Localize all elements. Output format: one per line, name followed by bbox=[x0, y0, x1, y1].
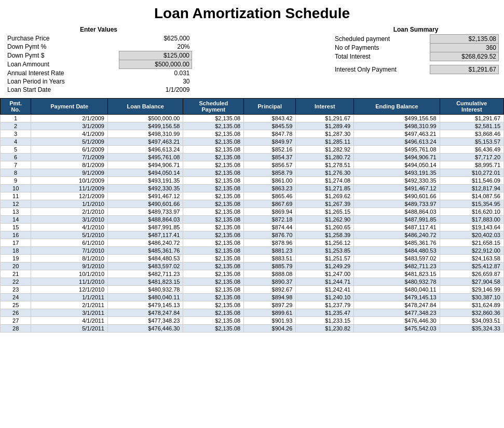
table-cell-4-2: $496,613.24 bbox=[108, 146, 183, 154]
table-cell-13-0: 14 bbox=[1, 216, 31, 224]
table-row: 2312/1/2010$480,932.78$2,135.08$892.67$1… bbox=[1, 286, 504, 294]
ev-value[interactable]: $500,000.00 bbox=[119, 60, 192, 69]
table-cell-25-4: $899.61 bbox=[244, 309, 296, 317]
table-header-1: Payment Date bbox=[31, 99, 108, 115]
table-cell-27-4: $904.26 bbox=[244, 325, 296, 333]
table-cell-27-2: $476,446.30 bbox=[108, 325, 183, 333]
ls-label: No of Payments bbox=[333, 44, 430, 52]
table-cell-22-0: 23 bbox=[1, 286, 31, 294]
table-cell-7-0: 8 bbox=[1, 169, 31, 177]
table-cell-9-3: $2,135.08 bbox=[183, 185, 244, 192]
table-cell-1-7: $2,581.15 bbox=[440, 122, 503, 130]
table-row: 23/1/2009$499,156.58$2,135.08$845.59$1,2… bbox=[1, 122, 504, 130]
table-cell-5-0: 6 bbox=[1, 154, 31, 161]
table-cell-10-6: $490,601.66 bbox=[354, 192, 440, 200]
table-cell-16-3: $2,135.08 bbox=[183, 239, 244, 247]
ev-value: 20% bbox=[119, 43, 192, 51]
table-cell-15-6: $486,240.72 bbox=[354, 231, 440, 239]
table-header-5: Interest bbox=[296, 99, 354, 115]
table-cell-10-2: $491,467.12 bbox=[108, 192, 183, 200]
table-row: 89/1/2009$494,050.14$2,135.08$858.79$1,2… bbox=[1, 169, 504, 177]
table-header-0: Pmt.No. bbox=[1, 99, 31, 115]
table-cell-2-4: $847.78 bbox=[244, 130, 296, 138]
table-cell-16-7: $21,658.15 bbox=[440, 239, 503, 247]
table-cell-2-7: $3,868.46 bbox=[440, 130, 503, 138]
ls-spacer bbox=[333, 61, 499, 65]
ev-value[interactable]: $125,000 bbox=[119, 51, 192, 60]
table-cell-7-2: $494,050.14 bbox=[108, 169, 183, 177]
ev-label: Loan Ammount bbox=[5, 60, 119, 69]
table-cell-19-7: $25,412.87 bbox=[440, 263, 503, 270]
table-cell-24-1: 2/1/2011 bbox=[31, 301, 108, 309]
table-cell-8-7: $11,546.09 bbox=[440, 177, 503, 185]
table-header-3: ScheduledPayment bbox=[183, 99, 244, 115]
table-cell-4-0: 5 bbox=[1, 146, 31, 154]
table-cell-17-6: $484,480.53 bbox=[354, 247, 440, 255]
table-cell-23-7: $30,387.10 bbox=[440, 294, 503, 301]
table-cell-27-5: $1,230.82 bbox=[296, 325, 354, 333]
table-cell-11-4: $867.69 bbox=[244, 200, 296, 208]
table-cell-27-0: 28 bbox=[1, 325, 31, 333]
table-cell-19-4: $885.79 bbox=[244, 263, 296, 270]
ev-value: 0.031 bbox=[119, 69, 192, 78]
table-row: 132/1/2010$489,733.97$2,135.08$869.94$1,… bbox=[1, 208, 504, 216]
table-cell-17-7: $22,912.00 bbox=[440, 247, 503, 255]
table-cell-15-7: $20,402.03 bbox=[440, 231, 503, 239]
table-cell-11-1: 1/1/2010 bbox=[31, 200, 108, 208]
table-cell-21-2: $481,823.15 bbox=[108, 278, 183, 286]
table-cell-4-7: $6,436.49 bbox=[440, 146, 503, 154]
table-cell-23-5: $1,240.10 bbox=[296, 294, 354, 301]
table-cell-6-6: $494,050.14 bbox=[354, 161, 440, 169]
table-row: 121/1/2010$490,601.66$2,135.08$867.69$1,… bbox=[1, 200, 504, 208]
table-cell-5-7: $7,717.20 bbox=[440, 154, 503, 161]
table-cell-24-4: $897.29 bbox=[244, 301, 296, 309]
table-cell-6-2: $494,906.71 bbox=[108, 161, 183, 169]
table-cell-1-2: $499,156.58 bbox=[108, 122, 183, 130]
table-cell-22-7: $29,146.99 bbox=[440, 286, 503, 294]
table-cell-12-4: $869.94 bbox=[244, 208, 296, 216]
table-cell-3-7: $5,153.57 bbox=[440, 138, 503, 146]
table-cell-7-7: $10,272.01 bbox=[440, 169, 503, 177]
table-row: 241/1/2011$480,040.11$2,135.08$894.98$1,… bbox=[1, 294, 504, 301]
table-cell-25-1: 3/1/2011 bbox=[31, 309, 108, 317]
table-cell-0-4: $843.42 bbox=[244, 115, 296, 122]
table-cell-9-4: $863.23 bbox=[244, 185, 296, 192]
table-cell-1-3: $2,135.08 bbox=[183, 122, 244, 130]
table-cell-3-3: $2,135.08 bbox=[183, 138, 244, 146]
table-cell-10-4: $865.46 bbox=[244, 192, 296, 200]
amortization-table: Pmt.No.Payment DateLoan BalanceScheduled… bbox=[0, 98, 504, 333]
table-cell-14-0: 15 bbox=[1, 224, 31, 231]
ls-label: Scheduled payment bbox=[333, 35, 430, 44]
table-cell-2-6: $497,463.21 bbox=[354, 130, 440, 138]
table-cell-25-7: $32,860.36 bbox=[440, 309, 503, 317]
table-cell-3-2: $497,463.21 bbox=[108, 138, 183, 146]
ev-value: $625,000 bbox=[119, 34, 192, 43]
table-cell-3-4: $849.97 bbox=[244, 138, 296, 146]
table-cell-13-4: $872.18 bbox=[244, 216, 296, 224]
table-cell-26-5: $1,233.15 bbox=[296, 317, 354, 325]
table-row: 1011/1/2009$492,330.35$2,135.08$863.23$1… bbox=[1, 185, 504, 192]
table-row: 143/1/2010$488,864.03$2,135.08$872.18$1,… bbox=[1, 216, 504, 224]
table-cell-10-7: $14,087.56 bbox=[440, 192, 503, 200]
table-cell-21-3: $2,135.08 bbox=[183, 278, 244, 286]
table-cell-18-7: $24,163.58 bbox=[440, 255, 503, 263]
table-cell-22-4: $892.67 bbox=[244, 286, 296, 294]
table-cell-11-3: $2,135.08 bbox=[183, 200, 244, 208]
table-cell-11-2: $490,601.66 bbox=[108, 200, 183, 208]
table-row: 78/1/2009$494,906.71$2,135.08$856.57$1,2… bbox=[1, 161, 504, 169]
table-cell-24-5: $1,237.79 bbox=[296, 301, 354, 309]
table-cell-4-4: $852.16 bbox=[244, 146, 296, 154]
table-cell-21-1: 11/1/2010 bbox=[31, 278, 108, 286]
table-cell-17-4: $881.23 bbox=[244, 247, 296, 255]
loan-summary-table: Scheduled payment$2,135.08No of Payments… bbox=[333, 34, 499, 74]
table-cell-4-5: $1,282.92 bbox=[296, 146, 354, 154]
ev-value: 30 bbox=[119, 77, 192, 86]
ls-value: $1,291.67 bbox=[430, 65, 498, 74]
table-cell-3-6: $496,613.24 bbox=[354, 138, 440, 146]
page-title: Loan Amortization Schedule bbox=[0, 0, 504, 26]
table-cell-12-7: $16,620.10 bbox=[440, 208, 503, 216]
table-cell-14-3: $2,135.08 bbox=[183, 224, 244, 231]
table-cell-12-1: 2/1/2010 bbox=[31, 208, 108, 216]
table-cell-15-3: $2,135.08 bbox=[183, 231, 244, 239]
ev-label: Down Pymt $ bbox=[5, 51, 119, 60]
